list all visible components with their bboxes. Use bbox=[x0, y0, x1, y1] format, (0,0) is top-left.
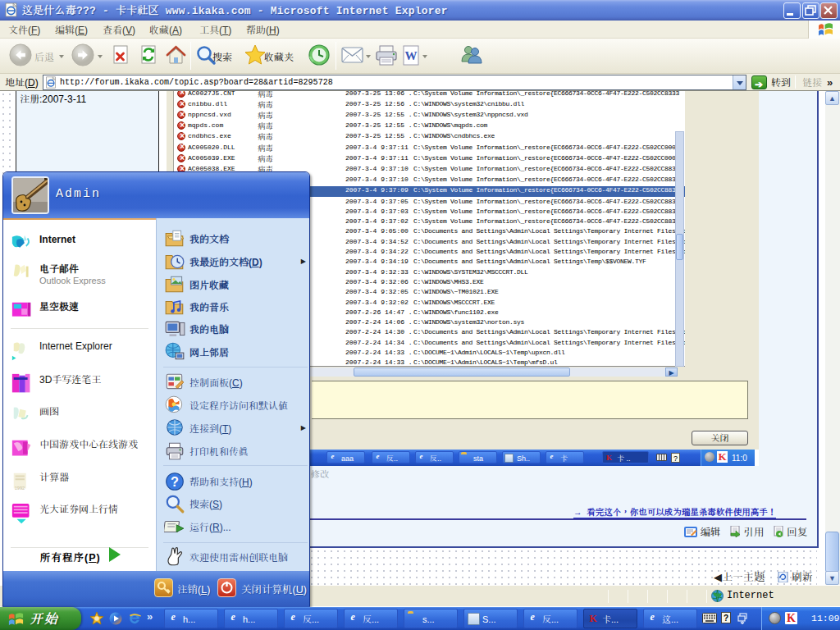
svg-text:?: ? bbox=[171, 474, 179, 489]
svg-text:W: W bbox=[405, 49, 418, 62]
svg-text:1992: 1992 bbox=[15, 486, 25, 491]
